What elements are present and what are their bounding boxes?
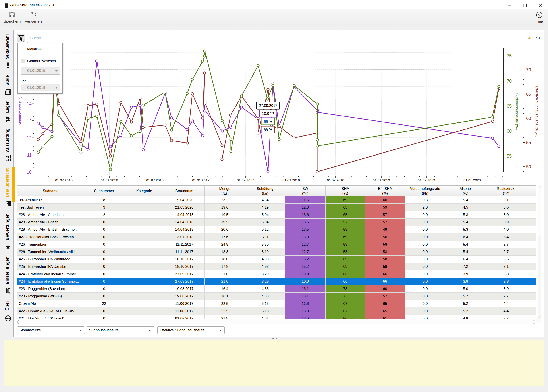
svg-text:Sudhausausbeute (%): Sudhausausbeute (%) [515, 93, 519, 130]
svg-text:01.01.2016: 01.01.2016 [101, 178, 118, 182]
svg-text:10.0 °P: 10.0 °P [262, 112, 274, 116]
svg-text:01.07.2015: 01.07.2015 [55, 178, 72, 182]
svg-text:01.07.2019: 01.07.2019 [418, 178, 435, 182]
svg-text:66 %: 66 % [264, 128, 272, 132]
svg-text:01.01.2020: 01.01.2020 [464, 178, 481, 182]
svg-text:10: 10 [27, 169, 32, 175]
svg-text:01.01.2018: 01.01.2018 [282, 178, 300, 182]
svg-text:14: 14 [27, 101, 32, 106]
svg-text:27.09.2017: 27.09.2017 [259, 104, 277, 108]
svg-text:Effektive Sudhausausbeute (%): Effektive Sudhausausbeute (%) [535, 86, 539, 137]
svg-text:01.07.2017: 01.07.2017 [237, 178, 254, 182]
svg-text:75: 75 [507, 53, 512, 58]
svg-text:01.01.2019: 01.01.2019 [373, 178, 390, 182]
svg-text:70: 70 [507, 78, 512, 84]
svg-text:65: 65 [507, 104, 512, 108]
svg-text:60: 60 [526, 116, 531, 121]
svg-text:01.07.2016: 01.07.2016 [146, 178, 163, 182]
svg-text:12: 12 [27, 135, 32, 140]
svg-text:01.01.2017: 01.01.2017 [192, 178, 210, 182]
svg-text:11: 11 [27, 153, 32, 158]
svg-text:50: 50 [526, 164, 531, 169]
svg-text:55: 55 [526, 140, 531, 145]
svg-text:65: 65 [526, 92, 531, 97]
svg-text:55: 55 [507, 154, 512, 158]
svg-text:66 %: 66 % [264, 119, 272, 124]
svg-text:Stammwürze (°P): Stammwürze (°P) [18, 97, 22, 125]
svg-text:13: 13 [27, 119, 32, 123]
svg-text:01.07.2018: 01.07.2018 [327, 178, 344, 182]
svg-text:60: 60 [507, 128, 512, 133]
svg-text:70: 70 [526, 67, 531, 72]
